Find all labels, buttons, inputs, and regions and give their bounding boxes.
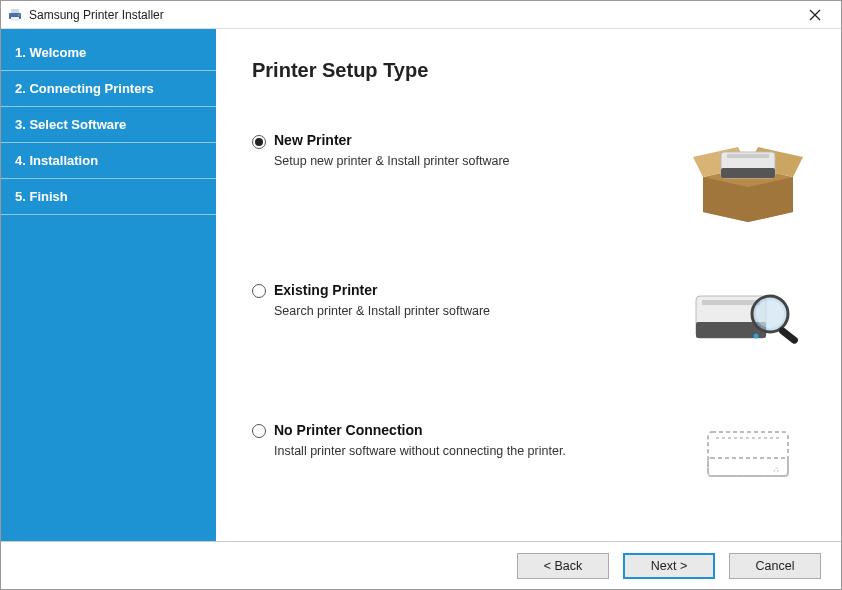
sidebar-step-installation[interactable]: 4. Installation xyxy=(1,143,216,179)
svg-point-18 xyxy=(756,300,784,328)
svg-rect-11 xyxy=(721,168,775,178)
sidebar: 1. Welcome 2. Connecting Printers 3. Sel… xyxy=(1,29,216,541)
radio-no-printer[interactable] xyxy=(252,424,266,438)
sidebar-step-label: 3. Select Software xyxy=(15,117,126,132)
svg-rect-15 xyxy=(702,300,760,305)
sidebar-step-label: 1. Welcome xyxy=(15,45,86,60)
radio-existing-printer[interactable] xyxy=(252,284,266,298)
close-button[interactable] xyxy=(795,1,835,29)
svg-point-3 xyxy=(18,14,20,16)
page-title: Printer Setup Type xyxy=(252,59,813,82)
option-no-printer[interactable]: No Printer Connection Install printer so… xyxy=(252,422,813,486)
footer: < Back Next > Cancel xyxy=(1,541,841,589)
svg-point-23 xyxy=(774,468,778,472)
svg-rect-19 xyxy=(778,326,800,345)
radio-new-printer[interactable] xyxy=(252,135,266,149)
titlebar: Samsung Printer Installer xyxy=(1,1,841,29)
next-button[interactable]: Next > xyxy=(623,553,715,579)
option-title: New Printer xyxy=(274,132,683,148)
main-panel: Printer Setup Type New Printer Setup new… xyxy=(216,29,841,541)
svg-rect-1 xyxy=(11,9,19,13)
svg-point-16 xyxy=(754,334,759,339)
sidebar-step-label: 4. Installation xyxy=(15,153,98,168)
option-description: Search printer & Install printer softwar… xyxy=(274,304,683,318)
svg-rect-12 xyxy=(727,154,769,158)
sidebar-step-connecting[interactable]: 2. Connecting Printers xyxy=(1,71,216,107)
option-title: No Printer Connection xyxy=(274,422,683,438)
cancel-button[interactable]: Cancel xyxy=(729,553,821,579)
option-description: Install printer software without connect… xyxy=(274,444,683,458)
svg-rect-21 xyxy=(708,458,788,476)
printer-magnifier-icon xyxy=(683,282,813,362)
printer-outline-icon xyxy=(683,422,813,486)
option-existing-printer[interactable]: Existing Printer Search printer & Instal… xyxy=(252,282,813,362)
sidebar-step-software[interactable]: 3. Select Software xyxy=(1,107,216,143)
printer-app-icon xyxy=(7,7,23,23)
body: 1. Welcome 2. Connecting Printers 3. Sel… xyxy=(1,29,841,541)
cancel-button-label: Cancel xyxy=(756,559,795,573)
sidebar-step-label: 2. Connecting Printers xyxy=(15,81,154,96)
back-button-label: < Back xyxy=(544,559,583,573)
svg-rect-2 xyxy=(11,17,19,21)
close-icon xyxy=(809,9,821,21)
printer-in-box-icon xyxy=(683,132,813,222)
sidebar-step-welcome[interactable]: 1. Welcome xyxy=(1,35,216,71)
option-new-printer[interactable]: New Printer Setup new printer & Install … xyxy=(252,132,813,222)
back-button[interactable]: < Back xyxy=(517,553,609,579)
sidebar-step-label: 5. Finish xyxy=(15,189,68,204)
sidebar-step-finish[interactable]: 5. Finish xyxy=(1,179,216,215)
option-title: Existing Printer xyxy=(274,282,683,298)
installer-window: Samsung Printer Installer 1. Welcome 2. … xyxy=(0,0,842,590)
option-description: Setup new printer & Install printer soft… xyxy=(274,154,683,168)
window-title: Samsung Printer Installer xyxy=(29,8,795,22)
next-button-label: Next > xyxy=(651,559,687,573)
